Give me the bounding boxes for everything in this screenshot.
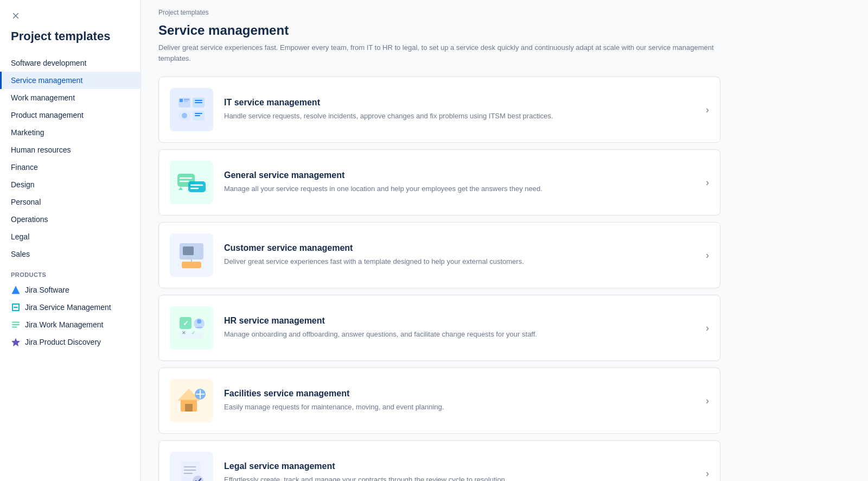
sidebar-product-jira-software[interactable]: Jira Software [0,281,141,299]
jira-software-icon [11,285,21,295]
sidebar-item-software-development[interactable]: Software development [0,54,141,72]
svg-rect-13 [188,181,206,192]
general-service-description: Manage all your service requests in one … [224,183,688,194]
legal-service-name: Legal service management [224,461,688,471]
sidebar-item-product-management[interactable]: Product management [0,106,141,124]
facilities-service-name: Facilities service management [224,389,688,398]
customer-service-icon [170,233,213,277]
template-card-customer-service[interactable]: Customer service management Deliver grea… [158,222,720,288]
sidebar-product-jira-service[interactable]: Jira Service Management [0,299,141,316]
sidebar-item-human-resources[interactable]: Human resources [0,141,141,159]
product-label: Jira Product Discovery [25,338,101,346]
svg-rect-5 [180,99,183,102]
general-service-name: General service management [224,170,688,180]
svg-rect-7 [184,101,188,102]
svg-point-23 [197,319,201,324]
sidebar-nav: Software developmentService managementWo… [0,54,141,263]
svg-text:✓: ✓ [183,319,189,327]
svg-marker-3 [11,338,20,346]
svg-rect-18 [182,262,201,268]
sidebar-item-work-management[interactable]: Work management [0,89,141,106]
product-label: Jira Software [25,286,69,294]
facilities-service-content: Facilities service management Easily man… [224,389,688,413]
it-service-content: IT service management Handle service req… [224,98,688,122]
sidebar-item-marketing[interactable]: Marketing [0,124,141,141]
jira-work-icon [11,320,21,330]
sidebar-item-design[interactable]: Design [0,176,141,193]
close-button[interactable] [0,11,31,29]
it-service-name: IT service management [224,98,688,107]
hr-service-arrow-icon: › [699,322,709,334]
legal-service-content: Legal service management Effortlessly cr… [224,461,688,481]
sidebar-item-personal[interactable]: Personal [0,193,141,211]
page-description: Deliver great service experiences fast. … [141,42,738,77]
facilities-service-description: Easily manage requests for maintenance, … [224,402,688,413]
sidebar-product-jira-discovery[interactable]: Jira Product Discovery [0,333,141,351]
customer-service-arrow-icon: › [699,250,709,261]
legal-service-arrow-icon: › [699,468,709,479]
sidebar-item-sales[interactable]: Sales [0,245,141,263]
svg-rect-6 [184,99,189,100]
hr-service-icon: ✓ ✕ ✓ [170,306,213,350]
legal-service-description: Effortlessly create, track and manage yo… [224,474,688,481]
template-card-hr-service[interactable]: ✓ ✕ ✓ HR service management Manage onboa… [158,295,720,361]
products-list: Jira SoftwareJira Service ManagementJira… [0,281,141,351]
svg-point-10 [182,113,187,118]
hr-service-content: HR service management Manage onboarding … [224,316,688,340]
sidebar-item-service-management[interactable]: Service management [0,72,141,89]
it-service-description: Handle service requests, resolve inciden… [224,111,688,122]
facilities-service-arrow-icon: › [699,395,709,407]
svg-text:✕: ✕ [182,330,186,336]
sidebar: Project templates Software developmentSe… [0,0,141,481]
sidebar-title: Project templates [0,29,141,54]
hr-service-description: Manage onboarding and offboarding, answe… [224,329,688,340]
sidebar-item-legal[interactable]: Legal [0,228,141,245]
hr-service-name: HR service management [224,316,688,326]
template-card-legal-service[interactable]: Legal service management Effortlessly cr… [158,440,720,481]
template-card-general-service[interactable]: General service management Manage all yo… [158,149,720,216]
it-service-icon [170,88,213,131]
customer-service-content: Customer service management Deliver grea… [224,243,688,267]
general-service-arrow-icon: › [699,177,709,188]
svg-text:✓: ✓ [192,330,196,336]
svg-marker-2 [12,286,20,294]
customer-service-name: Customer service management [224,243,688,253]
template-card-facilities-service[interactable]: Facilities service management Easily man… [158,368,720,434]
sidebar-product-jira-work[interactable]: Jira Work Management [0,316,141,333]
customer-service-description: Deliver great service experiences fast w… [224,256,688,267]
general-service-content: General service management Manage all yo… [224,170,688,194]
page-title: Service management [141,21,868,42]
templates-list: IT service management Handle service req… [141,77,738,481]
sidebar-item-finance[interactable]: Finance [0,159,141,176]
product-label: Jira Service Management [25,303,111,312]
jira-discovery-icon [11,337,21,347]
sidebar-item-operations[interactable]: Operations [0,211,141,228]
legal-service-icon [170,452,213,481]
template-card-it-service[interactable]: IT service management Handle service req… [158,77,720,143]
jira-service-icon [11,302,21,312]
breadcrumb: Project templates [141,0,868,21]
general-service-icon [170,161,213,204]
products-section-label: PRODUCTS [0,263,141,281]
main-content: Project templates Service management Del… [141,0,868,481]
product-label: Jira Work Management [25,320,103,329]
facilities-service-icon [170,379,213,422]
svg-rect-16 [183,246,194,255]
svg-marker-14 [178,187,183,190]
it-service-arrow-icon: › [699,104,709,116]
svg-rect-29 [185,404,193,412]
